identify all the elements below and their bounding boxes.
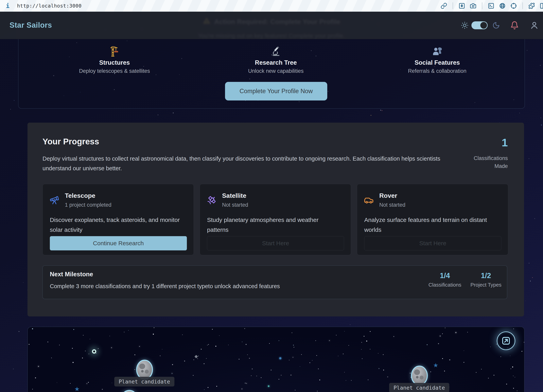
people-icon <box>432 45 443 57</box>
milestone-stat-project-types: 1/2 Project Types <box>470 272 502 288</box>
project-card-satellite: Satellite Not started Study planetary at… <box>200 184 351 255</box>
feature-subtitle: Deploy telescopes & satellites <box>79 68 150 74</box>
start-here-button[interactable]: Start Here <box>364 236 501 250</box>
classifications-count: 1 <box>502 136 508 149</box>
continue-research-button[interactable]: Continue Research <box>50 236 187 250</box>
star-outline-icon: ★ <box>433 362 438 369</box>
planet-candidate-label: Planet candidate <box>114 377 174 386</box>
app-title[interactable]: Star Sailors <box>10 21 52 29</box>
microscope-icon <box>271 45 281 57</box>
toolbar-separator <box>522 2 523 9</box>
stat-label-line1: Classifications <box>474 154 508 162</box>
satellite-icon <box>207 195 216 205</box>
header-controls <box>461 21 539 30</box>
project-card-rover: Rover Not started Analyze surface featur… <box>357 184 508 255</box>
browser-toolbar-icons <box>441 0 543 11</box>
bell-icon[interactable] <box>510 21 519 30</box>
sky-starfield <box>28 327 524 392</box>
feature-subtitle: Referrals & collaboration <box>408 68 466 74</box>
project-description: Study planetary atmospheres and weather … <box>207 215 336 235</box>
milestone-description: Complete 3 more classifications and try … <box>50 283 280 290</box>
milestone-stat-classifications: 1/4 Classifications <box>429 272 461 288</box>
teal-star-dot <box>268 385 270 387</box>
progress-title: Your Progress <box>43 137 99 146</box>
feature-row: Structures Deploy telescopes & satellite… <box>34 45 518 74</box>
milestone-card: Next Milestone Complete 3 more classific… <box>43 265 507 299</box>
feature-title: Structures <box>99 59 130 66</box>
ringed-star-icon[interactable] <box>92 349 96 354</box>
columns-icon[interactable] <box>540 3 543 9</box>
app-header: Star Sailors <box>0 11 543 39</box>
milestone-stat-value: 1/4 <box>429 272 461 280</box>
stat-label-line2: Made <box>474 162 508 170</box>
toolbar-separator <box>482 2 482 9</box>
toolbar-separator <box>453 2 453 9</box>
project-status: Not started <box>379 202 405 208</box>
crosshair-icon[interactable] <box>510 3 517 9</box>
progress-card: Your Progress Deploy virtual structures … <box>28 123 524 316</box>
puzzle-icon[interactable] <box>528 3 535 9</box>
rover-icon <box>364 195 374 205</box>
feature-subtitle: Unlock new capabilities <box>248 68 304 74</box>
feature-title: Social Features <box>414 59 460 66</box>
link-icon[interactable] <box>441 3 447 9</box>
sun-icon <box>461 21 469 29</box>
milestone-stat-label: Project Types <box>470 282 502 288</box>
project-description: Analyze surface features and terrain on … <box>364 215 501 235</box>
url-text[interactable]: http://localhost:3000 <box>17 3 82 9</box>
feature-social: Social Features Referrals & collaboratio… <box>356 45 518 74</box>
planet-candidate-label: Planet candidate <box>389 383 449 392</box>
milestone-title: Next Milestone <box>50 271 93 278</box>
project-title: Rover <box>379 192 397 199</box>
project-title: Satellite <box>222 192 246 199</box>
globe-icon[interactable] <box>499 3 506 9</box>
user-icon[interactable] <box>530 21 539 30</box>
project-card-telescope: Telescope 1 project completed Discover e… <box>43 184 194 255</box>
external-link-icon[interactable] <box>497 331 515 350</box>
project-title: Telescope <box>65 192 95 199</box>
planet-candidate[interactable] <box>120 389 139 392</box>
browser-toolbar: i http://localhost:3000 <box>0 0 543 12</box>
terminal-icon[interactable] <box>488 3 494 9</box>
complete-profile-button[interactable]: Complete Your Profile Now <box>225 82 327 101</box>
start-here-button[interactable]: Start Here <box>207 236 344 250</box>
blue-star-dot[interactable] <box>279 357 281 359</box>
milestone-stat-value: 1/2 <box>470 272 502 280</box>
theme-toggle[interactable] <box>471 21 488 29</box>
image-icon[interactable] <box>458 3 465 9</box>
camera-icon[interactable] <box>470 3 476 9</box>
telescope-icon <box>49 195 59 205</box>
classifications-count-label: Classifications Made <box>474 154 508 170</box>
project-status: 1 project completed <box>65 202 112 208</box>
moon-icon <box>492 22 500 29</box>
milestone-stats: 1/4 Classifications 1/2 Project Types <box>429 272 502 288</box>
info-icon[interactable]: i <box>6 2 10 9</box>
crane-icon <box>109 45 120 57</box>
feature-title: Research Tree <box>255 59 297 66</box>
theme-toggle-knob[interactable] <box>480 22 487 29</box>
star-outline-icon: ★ <box>74 386 80 392</box>
project-description: Discover exoplanets, track asteroids, an… <box>50 215 191 235</box>
feature-structures: Structures Deploy telescopes & satellite… <box>34 45 195 74</box>
progress-description: Deploy virtual structures to collect rea… <box>43 154 442 173</box>
feature-research-tree: Research Tree Unlock new capabilities <box>195 45 356 74</box>
sky-map-card[interactable]: ★ ★ Planet candidate Planet candidate <box>28 327 524 392</box>
milestone-stat-label: Classifications <box>429 282 461 288</box>
project-status: Not started <box>222 202 248 208</box>
